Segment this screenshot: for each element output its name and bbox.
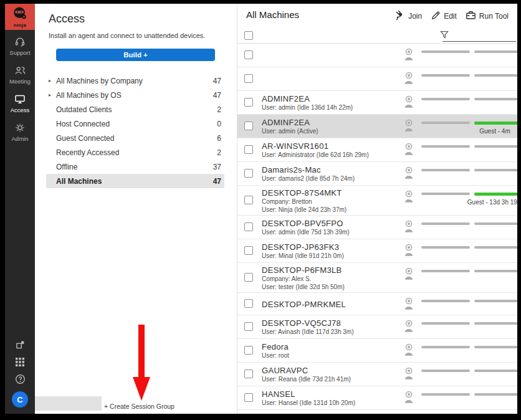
session-group-outdated-clients[interactable]: Outdated Clients 2 — [46, 102, 224, 117]
machine-name: DESKTOP-87S4MKT — [262, 188, 347, 198]
pencil-icon — [431, 11, 441, 22]
machine-row[interactable]: Damaris2s-Mac User: damaris2 (Idle 85d 7… — [237, 162, 517, 186]
machine-detail: User: root — [262, 352, 289, 359]
guest-connection-bar — [474, 270, 517, 272]
machine-name: HANSEL — [262, 389, 355, 399]
machine-detail: Company: Alex S. — [262, 275, 345, 282]
filter-input[interactable] — [442, 29, 516, 42]
session-groups-list: ▸ All Machines by Company 47 ▸ All Machi… — [35, 74, 237, 188]
session-group-all-machines-by-company[interactable]: ▸ All Machines by Company 47 — [46, 74, 224, 88]
expand-arrow-icon[interactable]: ▸ — [46, 78, 56, 84]
row-checkbox[interactable] — [244, 246, 253, 255]
select-all-checkbox[interactable] — [244, 31, 253, 40]
ninja-logo[interactable]: ninja — [5, 4, 35, 30]
row-checkbox[interactable] — [244, 393, 253, 402]
machine-row[interactable]: HANSEL User: Hansel (Idle 131d 10h 20m) — [237, 386, 517, 410]
machine-row[interactable]: DESKTOP-87S4MKT Company: BrettonUser: Ni… — [237, 186, 517, 216]
toolbar: Join Edit Run Tool — [394, 10, 509, 22]
machine-row[interactable]: ADMINF2EA User: admin (Idle 136d 14h 22m… — [237, 91, 517, 115]
machine-row[interactable]: DESKTOP-PMRKMEL — [237, 293, 517, 315]
ninja-logo-text: ninja — [14, 22, 27, 28]
machine-row[interactable] — [237, 44, 517, 67]
machine-name: Damaris2s-Mac — [262, 165, 355, 174]
row-checkbox[interactable] — [244, 122, 253, 130]
machine-row[interactable]: GAURAVPC User: Reana (Idle 73d 21h 41m) — [237, 363, 517, 386]
machine-row[interactable]: DESKTOP-JP63FK3 User: Minal (Idle 91d 21… — [237, 239, 517, 263]
session-group-count: 2 — [217, 105, 224, 114]
help-icon[interactable] — [15, 374, 26, 384]
machines-header: All Machines Join Edit Run Tool — [237, 4, 517, 29]
rail-item-support[interactable]: Support — [9, 36, 30, 56]
row-checkbox[interactable] — [244, 169, 253, 178]
guest-connection-bar — [474, 50, 517, 53]
sidebar-subtitle: Install an agent and connect to unattend… — [49, 32, 223, 39]
row-checkbox[interactable] — [244, 145, 253, 154]
user-status-icon — [403, 189, 415, 206]
machine-row[interactable]: DESKTOP-BPV5FPO User: admin (Idle 75d 13… — [237, 216, 517, 239]
expand-arrow-icon[interactable]: ▸ — [46, 92, 56, 98]
build-button[interactable]: Build + — [56, 49, 215, 61]
machine-row[interactable] — [237, 67, 517, 91]
ninja-logo-icon — [12, 6, 27, 24]
bottom-left-panel — [35, 396, 102, 411]
host-connection-bar — [421, 98, 470, 100]
rail-item-admin[interactable]: Admin — [12, 122, 29, 142]
session-group-count: 0 — [217, 120, 224, 128]
rail-item-meeting[interactable]: Meeting — [9, 65, 31, 85]
windows-icon[interactable] — [15, 340, 26, 350]
host-connection-bar — [421, 50, 470, 53]
machine-name: Fedora — [262, 342, 289, 351]
session-group-recently-accessed[interactable]: Recently Accessed 2 — [46, 145, 224, 160]
row-checkbox[interactable] — [244, 222, 253, 231]
edit-button[interactable]: Edit — [431, 11, 457, 22]
row-checkbox[interactable] — [244, 370, 253, 378]
machine-row[interactable]: DESKTOP-VQ5CJ78 User: Avinash (Idle 117d… — [237, 315, 517, 339]
row-checkbox[interactable] — [244, 50, 253, 59]
machine-row[interactable]: Fedora User: root — [237, 339, 517, 363]
run-tool-button[interactable]: Run Tool — [466, 10, 509, 22]
row-checkbox[interactable] — [244, 74, 253, 83]
session-group-label: Outdated Clients — [56, 105, 217, 114]
machine-detail: User: Avinash (Idle 117d 23h 3m) — [262, 328, 354, 335]
machine-detail: User: admin (Idle 75d 13h 39m) — [262, 229, 350, 236]
create-session-group-link[interactable]: + Create Session Group — [104, 403, 174, 410]
row-checkbox[interactable] — [244, 273, 253, 282]
machine-row[interactable]: AR-WINSVR1601 User: Administrator (Idle … — [237, 138, 517, 162]
session-group-label: Guest Connected — [56, 134, 217, 143]
session-group-label: Offline — [56, 163, 213, 171]
machine-detail: User: damaris2 (Idle 85d 7h 24m) — [262, 175, 355, 182]
session-group-offline[interactable]: Offline 37 — [46, 160, 224, 174]
host-connection-bar — [421, 270, 470, 272]
host-connection-bar — [421, 346, 470, 348]
host-connection-bar — [421, 169, 470, 171]
row-checkbox[interactable] — [244, 196, 253, 204]
guest-session-label: Guest - 13d 3h 19m — [461, 199, 517, 206]
user-status-icon — [403, 118, 415, 135]
join-button[interactable]: Join — [394, 10, 422, 22]
session-group-label: Host Connected — [56, 120, 217, 128]
rail-item-access[interactable]: Access — [11, 93, 30, 113]
machine-row[interactable]: ADMINF2EA User: admin (Active) Guest - 4… — [237, 115, 517, 138]
row-checkbox[interactable] — [244, 346, 253, 355]
annotation-arrow — [133, 325, 150, 401]
session-group-host-connected[interactable]: Host Connected 0 — [46, 117, 224, 131]
machine-row[interactable]: DESKTOP-P6FM3LB Company: Alex S.User: te… — [237, 263, 517, 293]
user-status-icon — [403, 267, 415, 283]
session-group-all-machines[interactable]: All Machines 47 — [46, 174, 224, 188]
machine-detail: User: admin (Idle 136d 14h 22m) — [262, 104, 353, 111]
session-group-guest-connected[interactable]: Guest Connected 6 — [46, 131, 224, 145]
row-checkbox[interactable] — [244, 98, 253, 107]
row-checkbox[interactable] — [244, 299, 253, 308]
machine-detail: User: tester (Idle 32d 5h 50m) — [262, 284, 345, 290]
row-checkbox[interactable] — [244, 322, 253, 331]
user-status-icon — [403, 95, 415, 111]
user-avatar[interactable]: C — [12, 391, 28, 408]
user-status-icon — [403, 71, 415, 87]
guest-connection-bar — [474, 122, 517, 125]
user-status-icon — [403, 366, 415, 383]
session-group-all-machines-by-os[interactable]: ▸ All Machines by OS 47 — [46, 88, 224, 102]
machine-detail: User: admin (Active) — [262, 128, 318, 135]
grid-icon[interactable] — [15, 357, 25, 367]
machine-name: DESKTOP-BPV5FPO — [262, 219, 350, 228]
session-group-count: 47 — [213, 77, 224, 85]
